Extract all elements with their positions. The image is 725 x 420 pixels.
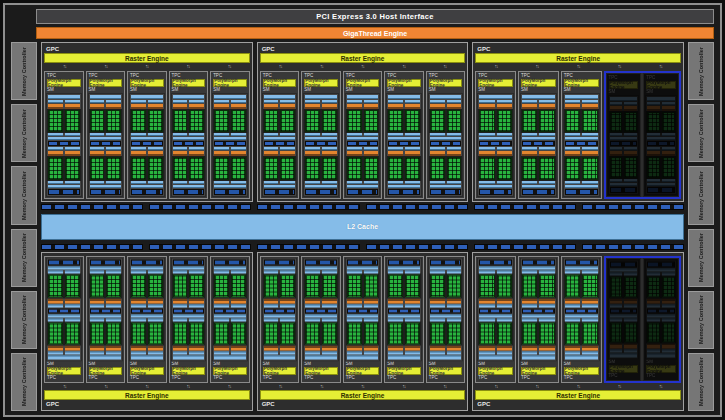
cuda-core-grid: [264, 322, 279, 344]
instruction-cache-bar: [48, 355, 80, 359]
diagram-frame: PCI Express 3.0 Host Interface GigaThrea…: [3, 3, 722, 417]
warp-scheduler-bar: [280, 351, 295, 354]
processing-block: [565, 318, 580, 354]
processing-block: [90, 271, 105, 307]
memory-controller-bar: Memory Controller: [11, 104, 37, 162]
sm-internals: [345, 93, 381, 197]
texture-unit-row: [522, 189, 555, 195]
register-file-bar: [347, 271, 362, 274]
processing-block: [647, 147, 660, 181]
tpc-block: TPCPolyMorph EngineSM: [384, 71, 424, 199]
texture-unit-row: [430, 189, 462, 195]
dispatch-unit-bar: [522, 345, 537, 350]
cuda-core-grid: [539, 322, 554, 344]
cuda-core-grid: [388, 110, 403, 132]
processing-block: [106, 147, 121, 183]
raster-engine-bar: Raster Engine: [475, 53, 681, 63]
processing-block: [106, 271, 121, 307]
processing-block: [347, 318, 362, 354]
dispatch-unit-bar: [280, 298, 295, 303]
cuda-core-grid: [479, 275, 494, 297]
instruction-cache-bar: [264, 95, 296, 99]
texture-unit-row: [214, 189, 246, 195]
register-file-bar: [264, 133, 279, 136]
texture-unit-row: [214, 260, 246, 266]
dispatch-unit-bar: [148, 104, 163, 109]
cuda-core-grid: [189, 275, 204, 297]
cuda-core-grid: [214, 322, 229, 344]
processing-block: [479, 271, 494, 307]
sm-internals: [46, 258, 82, 362]
warp-scheduler-bar: [539, 304, 554, 307]
dispatch-unit-bar: [65, 298, 80, 303]
shared-cache-bar: [214, 314, 246, 317]
processing-block: [189, 147, 204, 183]
cuda-core-grid: [106, 110, 121, 132]
tpc-block: TPCPolyMorph EngineSM: [426, 71, 466, 199]
register-file-bar: [264, 318, 279, 321]
load-store-unit-row: [522, 141, 555, 146]
warp-scheduler-bar: [264, 351, 279, 354]
sm-internals: [477, 258, 514, 362]
processing-block: [497, 318, 512, 354]
cuda-core-grid: [280, 275, 295, 297]
warp-scheduler-bar: [582, 147, 597, 150]
dispatch-unit-bar: [539, 345, 554, 350]
processing-block-row: [173, 318, 205, 354]
dispatch-unit-bar: [447, 104, 462, 109]
processing-block: [539, 147, 554, 183]
warp-scheduler-bar: [662, 102, 675, 105]
register-file-bar: [65, 181, 80, 184]
register-file-bar: [65, 318, 80, 321]
cuda-core-grid: [65, 275, 80, 297]
tpc-block: SMPolyMorph EngineTPC: [260, 256, 300, 384]
cuda-core-grid: [539, 157, 554, 179]
dispatch-unit-bar: [131, 298, 146, 303]
warp-scheduler-bar: [347, 147, 362, 150]
processing-block: [624, 318, 637, 352]
register-file-bar: [388, 271, 403, 274]
processing-block: [430, 271, 445, 307]
shared-cache-bar: [48, 314, 80, 317]
cuda-core-grid: [90, 322, 105, 344]
flow-arrows-icon: ↑↓: [167, 63, 208, 70]
flow-arrows-icon: ↑↓: [516, 63, 557, 70]
l2-port-row-bottom: [41, 244, 684, 250]
warp-scheduler-bar: [364, 147, 379, 150]
register-file-bar: [48, 181, 63, 184]
dispatch-unit-bar: [430, 345, 445, 350]
processing-block-row: [522, 100, 555, 136]
dispatch-unit-bar: [565, 345, 580, 350]
register-file-bar: [647, 133, 660, 136]
dispatch-unit-bar: [479, 345, 494, 350]
processing-block: [48, 271, 63, 307]
dispatch-unit-bar: [280, 104, 295, 109]
dispatch-unit-bar: [106, 345, 121, 350]
polymorph-engine-bar: PolyMorph Engine: [213, 79, 247, 87]
dispatch-unit-bar: [347, 151, 362, 156]
tpc-block: SMPolyMorph EngineTPC: [518, 256, 559, 384]
shared-cache-bar: [305, 314, 337, 317]
memory-controller-label: Memory Controller: [698, 47, 704, 96]
shared-cache-bar: [388, 314, 420, 317]
warp-scheduler-bar: [189, 100, 204, 103]
texture-unit-row: [48, 189, 80, 195]
processing-block-row: [522, 147, 555, 183]
shared-cache-bar: [610, 137, 638, 140]
processing-block: [264, 271, 279, 307]
register-file-bar: [565, 271, 580, 274]
flow-arrows-row: ↑↓↑↓↑↓↑↓↑↓: [44, 63, 250, 70]
register-file-bar: [131, 133, 146, 136]
dispatch-unit-bar: [322, 104, 337, 109]
warp-scheduler-bar: [497, 100, 512, 103]
cuda-core-grid: [582, 275, 597, 297]
warp-scheduler-bar: [148, 351, 163, 354]
processing-block: [364, 100, 379, 136]
warp-scheduler-bar: [582, 304, 597, 307]
register-file-bar: [582, 133, 597, 136]
memory-controller-bar: Memory Controller: [11, 166, 37, 224]
register-file-bar: [106, 133, 121, 136]
l2-port-segment-group: [257, 204, 359, 210]
warp-scheduler-bar: [565, 304, 580, 307]
dispatch-unit-bar: [90, 151, 105, 156]
